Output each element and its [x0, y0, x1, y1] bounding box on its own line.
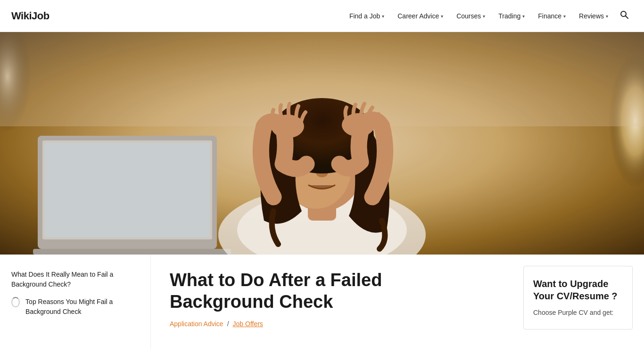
chevron-down-icon: ▾ — [606, 14, 608, 19]
content-area: What Does It Really Mean to Fail a Backg… — [0, 255, 644, 349]
nav-career-advice[interactable]: Career Advice ▾ — [392, 8, 449, 24]
header: WikiJob Find a Job ▾ Career Advice ▾ Cou… — [0, 0, 644, 32]
upgrade-card-title: Want to Upgrade Your CV/Resume ? — [533, 278, 623, 302]
sidebar-item-2: Top Reasons You Might Fail a Background … — [11, 297, 139, 317]
nav-finance[interactable]: Finance ▾ — [532, 8, 571, 24]
breadcrumb-separator: / — [227, 320, 229, 328]
right-sidebar: Want to Upgrade Your CV/Resume ? Choose … — [512, 255, 644, 349]
search-button[interactable] — [616, 6, 633, 25]
left-sidebar: What Does It Really Mean to Fail a Backg… — [0, 255, 151, 349]
svg-line-1 — [626, 16, 628, 19]
main-content: What to Do After a Failed Background Che… — [151, 255, 512, 349]
chevron-down-icon: ▾ — [563, 14, 566, 19]
nav-reviews-label: Reviews — [579, 12, 604, 20]
nav-career-advice-label: Career Advice — [397, 12, 439, 20]
chevron-down-icon: ▾ — [483, 14, 485, 19]
nav-find-a-job-label: Find a Job — [349, 12, 380, 20]
breadcrumb-job-offers[interactable]: Job Offers — [233, 320, 263, 328]
nav-trading[interactable]: Trading ▾ — [493, 8, 530, 24]
search-icon — [619, 10, 629, 19]
nav-finance-label: Finance — [538, 12, 561, 20]
sidebar-link-2[interactable]: Top Reasons You Might Fail a Background … — [25, 297, 139, 317]
article-breadcrumb: Application Advice / Job Offers — [170, 320, 497, 328]
upgrade-card: Want to Upgrade Your CV/Resume ? Choose … — [523, 266, 633, 329]
breadcrumb-application-advice[interactable]: Application Advice — [170, 320, 223, 328]
article-title: What to Do After a Failed Background Che… — [170, 270, 490, 313]
hero-illustration — [0, 32, 644, 255]
chevron-down-icon: ▾ — [382, 14, 384, 19]
sidebar-link-1[interactable]: What Does It Really Mean to Fail a Backg… — [11, 270, 139, 289]
main-nav: Find a Job ▾ Career Advice ▾ Courses ▾ T… — [344, 6, 633, 25]
chevron-down-icon: ▾ — [441, 14, 443, 19]
svg-rect-22 — [0, 32, 644, 255]
nav-courses[interactable]: Courses ▾ — [451, 8, 491, 24]
nav-reviews[interactable]: Reviews ▾ — [573, 8, 614, 24]
hero-image — [0, 32, 644, 255]
loading-spinner — [11, 297, 20, 307]
nav-find-a-job[interactable]: Find a Job ▾ — [344, 8, 390, 24]
site-logo[interactable]: WikiJob — [11, 10, 50, 22]
upgrade-card-body: Choose Purple CV and get: — [533, 308, 623, 318]
nav-trading-label: Trading — [498, 12, 520, 20]
chevron-down-icon: ▾ — [522, 14, 525, 19]
nav-courses-label: Courses — [456, 12, 481, 20]
